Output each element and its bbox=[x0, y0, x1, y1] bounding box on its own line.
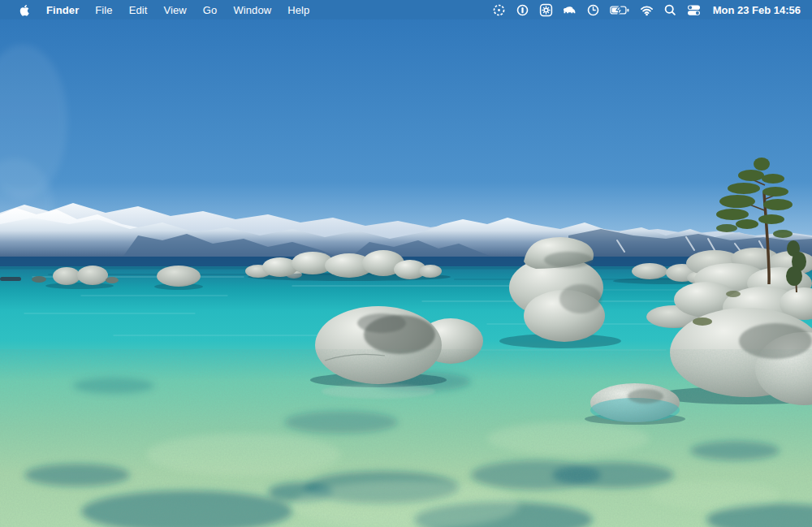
menu-window[interactable]: Window bbox=[225, 0, 279, 19]
clock-icon[interactable] bbox=[584, 0, 603, 19]
macos-desktop: Finder File Edit View Go Window Help bbox=[0, 0, 812, 527]
menu-bar-clock[interactable]: Mon 23 Feb 14:56 bbox=[708, 4, 804, 16]
menu-file[interactable]: File bbox=[87, 0, 120, 19]
apple-menu[interactable] bbox=[10, 0, 38, 19]
menu-help[interactable]: Help bbox=[279, 0, 317, 19]
menu-view[interactable]: View bbox=[156, 0, 195, 19]
status-area: Mon 23 Feb 14:56 bbox=[490, 0, 812, 19]
menu-bar: Finder File Edit View Go Window Help bbox=[0, 0, 812, 19]
spotlight-search-icon[interactable] bbox=[661, 0, 680, 19]
menu-left: Finder File Edit View Go Window Help bbox=[0, 0, 317, 19]
gear-square-icon[interactable] bbox=[537, 0, 555, 19]
menu-edit[interactable]: Edit bbox=[121, 0, 156, 19]
control-center-icon[interactable] bbox=[685, 0, 703, 19]
dashed-circle-icon[interactable] bbox=[490, 0, 508, 19]
menu-app-name[interactable]: Finder bbox=[38, 0, 87, 19]
apple-logo-icon bbox=[18, 3, 30, 17]
desktop-wallpaper[interactable] bbox=[0, 0, 812, 527]
keyhole-circle-icon[interactable] bbox=[513, 0, 532, 19]
wifi-icon[interactable] bbox=[637, 0, 656, 19]
elephant-icon[interactable] bbox=[560, 0, 579, 19]
battery-charging-icon[interactable] bbox=[607, 0, 633, 19]
menu-go[interactable]: Go bbox=[195, 0, 226, 19]
